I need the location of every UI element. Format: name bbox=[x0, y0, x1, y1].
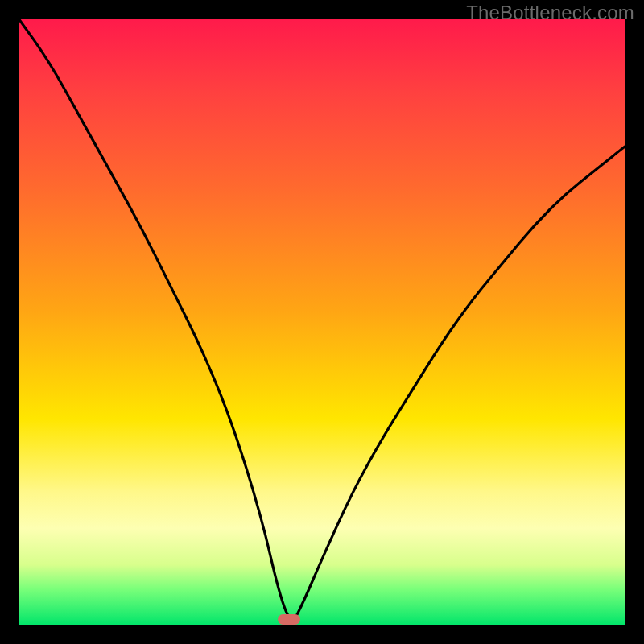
outer-frame: TheBottleneck.com bbox=[0, 0, 644, 644]
curve-path bbox=[19, 19, 625, 619]
watermark-text: TheBottleneck.com bbox=[466, 2, 634, 24]
bottleneck-curve bbox=[19, 19, 625, 625]
plot-area bbox=[19, 19, 625, 625]
minimum-marker bbox=[278, 614, 300, 625]
